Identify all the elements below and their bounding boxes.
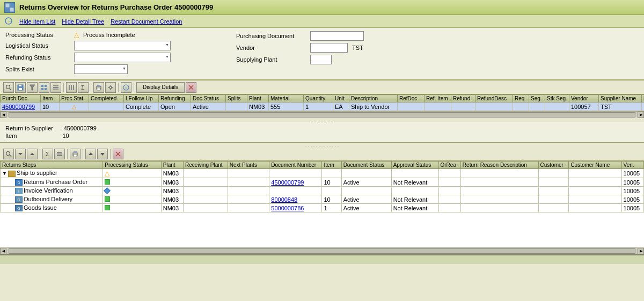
cell-refunding: Open (159, 102, 191, 111)
settings-icon-btn[interactable] (105, 82, 116, 93)
returns-table-cell (569, 187, 621, 195)
hide-item-list-btn[interactable]: Hide Item List (16, 18, 58, 25)
ret-col-plant: Plant (161, 161, 183, 169)
svg-marker-45 (100, 153, 105, 156)
upper-table-row[interactable]: 4500000799 10 △ Complete Open Active NM0… (1, 102, 645, 111)
proc-green-icon (105, 196, 110, 202)
lower-close-btn[interactable] (113, 149, 123, 159)
cell-splits (226, 102, 247, 111)
ret-col-reason: Return Reason Description (460, 161, 538, 169)
returns-table-cell: Active (341, 195, 391, 204)
page-title: Returns Overview for Returns Purchase Or… (19, 3, 213, 11)
refunding-status-dropdown-wrap[interactable]: 0 Open (74, 53, 171, 62)
splits-exist-input[interactable]: No (74, 64, 128, 74)
returns-table-cell (538, 169, 569, 178)
returns-table-row[interactable]: OOutbound DeliveryNM038000084810ActiveNo… (1, 195, 644, 204)
cell-refund-desc (475, 102, 513, 111)
display-details-btn[interactable]: Display Details (136, 82, 185, 93)
cell-refund (451, 102, 475, 111)
scroll-right-btn[interactable]: ▶ (638, 112, 644, 118)
ret-col-next-plants: Next Plants (228, 161, 269, 169)
doc-num-link[interactable]: 5000000786 (271, 205, 304, 211)
logistical-status-dropdown-wrap[interactable]: 1 Complete (74, 41, 171, 50)
svg-rect-19 (73, 85, 74, 90)
vendor-input[interactable]: 100057 (310, 43, 348, 53)
lower-col-btn[interactable] (54, 149, 65, 159)
status-bar (0, 254, 644, 264)
svg-rect-8 (19, 85, 21, 86)
returns-table-cell (391, 169, 438, 178)
info-icon-btn[interactable]: i (121, 82, 131, 93)
vendor-name: TST (352, 45, 363, 51)
lower-icon-sep-3 (83, 149, 83, 159)
col-refund: Refund (451, 95, 475, 102)
ret-col-doc-num: Document Number (269, 161, 322, 169)
layout-icon-btn[interactable] (39, 82, 49, 93)
svg-line-34 (10, 155, 11, 157)
upper-scrollbar-track[interactable] (9, 112, 635, 118)
refunding-status-input[interactable]: 0 Open (74, 53, 171, 62)
returns-table-row[interactable]: IInvoice VerificationNM0310005 (1, 187, 644, 195)
main-toolbar: ← Hide Item List Hide Detail Tree Restar… (0, 15, 644, 28)
returns-table-cell (103, 178, 162, 187)
search-icon-btn[interactable] (3, 82, 14, 93)
filter-icon-btn[interactable] (27, 82, 38, 93)
save-icon-btn[interactable] (15, 82, 26, 93)
row-label: Outbound Delivery (24, 196, 72, 202)
cell-unit: EA (333, 102, 349, 111)
lower-down-btn[interactable] (97, 149, 108, 159)
bottom-scrollbar-track[interactable] (9, 248, 635, 254)
lower-up-btn[interactable] (85, 149, 96, 159)
returns-table-cell (438, 204, 460, 212)
svg-rect-11 (45, 85, 47, 87)
returns-table-cell (269, 169, 322, 178)
svg-point-4 (6, 85, 10, 89)
returns-table-cell (460, 204, 538, 212)
logistical-status-input[interactable]: 1 Complete (74, 41, 171, 50)
close-icon-btn[interactable] (186, 82, 196, 93)
purch-doc-link[interactable]: 4500000799 (2, 104, 35, 110)
expand-icon[interactable]: ▼ (2, 171, 7, 176)
bottom-scroll-right[interactable]: ▶ (638, 248, 644, 254)
restart-doc-btn[interactable]: Restart Document Creation (107, 18, 185, 25)
doc-num-link[interactable]: 80000848 (271, 196, 297, 203)
invoice-icon: I (15, 188, 23, 194)
supplying-plant-input[interactable] (310, 55, 332, 64)
sum-icon-btn[interactable]: Σ (78, 82, 89, 93)
hide-detail-tree-btn[interactable]: Hide Detail Tree (58, 18, 107, 25)
doc-num-link[interactable]: 4500000799 (271, 179, 304, 186)
upper-table-wrap: Purch.Doc. Item Proc.Stat. Completed LFo… (0, 94, 644, 111)
doc-icon: D (15, 179, 23, 186)
processing-status-value: Process Incomplete (83, 32, 135, 38)
cell-purch-doc[interactable]: 4500000799 (1, 102, 41, 111)
returns-table-row[interactable]: ▼Ship to supplier△NM0310005 (1, 169, 644, 178)
returns-table-cell (228, 178, 269, 187)
returns-table-cell: 10 (322, 178, 341, 187)
returns-table-row[interactable]: GGoods IssueNM0350000007861ActiveNot Rel… (1, 204, 644, 212)
logistical-status-label: Logistical Status (5, 42, 70, 49)
lower-search-btn[interactable] (3, 149, 14, 159)
splits-exist-dropdown-wrap[interactable]: No (74, 64, 128, 74)
print-icon-btn[interactable] (93, 82, 104, 93)
purch-doc-input[interactable]: 4500000799 (310, 31, 364, 41)
col2-icon-btn[interactable] (66, 82, 77, 93)
supplying-plant-label: Supplying Plant (236, 56, 306, 63)
returns-table-cell (438, 195, 460, 204)
svg-text:←: ← (8, 18, 12, 24)
col1-icon-btn[interactable] (50, 82, 61, 93)
lower-print-btn[interactable] (70, 149, 80, 159)
svg-text:Σ: Σ (46, 151, 49, 157)
returns-table-row[interactable]: DReturns Purchase OrderNM03450000079910A… (1, 178, 644, 187)
lower-collapse-btn[interactable] (15, 149, 26, 159)
returns-table-cell (341, 187, 391, 195)
lower-sum-btn[interactable]: Σ (42, 149, 53, 159)
col-seg: Seg. (529, 95, 545, 102)
returns-table-cell (322, 187, 341, 195)
svg-rect-12 (41, 88, 43, 90)
bottom-scroll-left[interactable]: ◀ (0, 248, 6, 254)
returns-table-cell: IInvoice Verification (1, 187, 103, 195)
scroll-left-btn[interactable]: ◀ (0, 112, 6, 118)
lower-expand-btn[interactable] (27, 149, 38, 159)
icon-sep-2 (91, 83, 91, 92)
bottom-scrollbar[interactable]: ◀ ▶ (0, 247, 644, 254)
